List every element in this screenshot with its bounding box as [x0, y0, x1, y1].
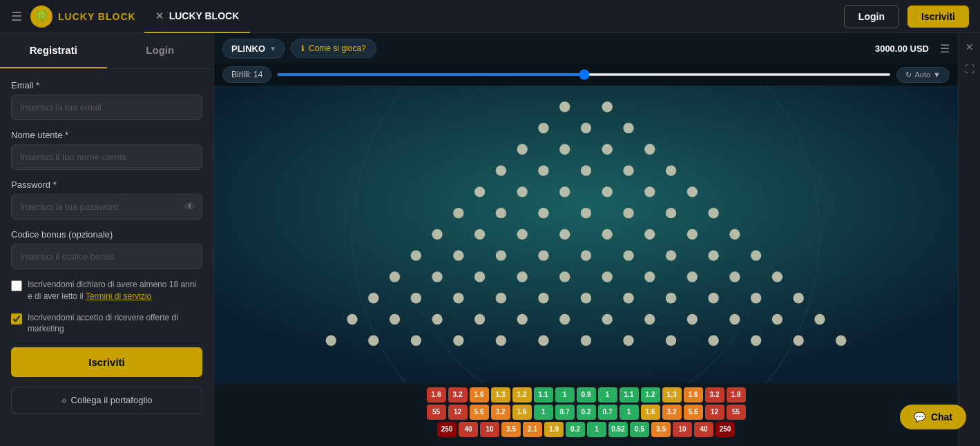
- expand-panel-icon[interactable]: ⛶: [962, 61, 977, 77]
- header: ☰ 🍀 LUCKY BLOCK ✕ LUCKY BLOCK Login Iscr…: [0, 0, 980, 33]
- currency-label: USD: [910, 43, 929, 54]
- mult-cell: 40: [459, 422, 478, 437]
- mult-cell: 1: [598, 387, 617, 403]
- terms-checkbox-group: Iscrivendomi dichiaro di avere almeno 18…: [11, 279, 202, 302]
- svg-point-46: [751, 250, 761, 260]
- username-label: Nome utente *: [11, 130, 202, 140]
- username-input[interactable]: [11, 144, 202, 170]
- mult-cell: 1: [587, 422, 606, 437]
- mult-cell: 1.3: [662, 387, 682, 403]
- menu-icon[interactable]: ☰: [11, 9, 22, 24]
- svg-point-41: [538, 250, 548, 260]
- mult-cell: 0.7: [555, 405, 575, 420]
- svg-point-14: [581, 165, 591, 175]
- tab-close-icon[interactable]: ✕: [155, 10, 164, 21]
- svg-point-26: [581, 208, 591, 218]
- svg-point-72: [517, 314, 527, 324]
- register-header-button[interactable]: Iscriviti: [907, 6, 969, 28]
- mult-cell: 3.2: [662, 405, 682, 420]
- svg-point-86: [581, 336, 591, 346]
- svg-point-64: [666, 293, 676, 303]
- pins-slider[interactable]: [277, 73, 891, 76]
- mult-cell: 1.6: [641, 405, 660, 420]
- svg-point-63: [623, 293, 633, 303]
- svg-point-20: [602, 186, 613, 197]
- mult-cell: 3.5: [501, 422, 521, 437]
- game-selector-label: PLINKO: [231, 43, 265, 54]
- tab-label: LUCKY BLOCK: [169, 10, 240, 21]
- svg-point-65: [708, 293, 718, 303]
- marketing-checkbox[interactable]: [11, 313, 22, 324]
- svg-point-16: [666, 165, 676, 175]
- connect-wallet-button[interactable]: ⟐ Collega il portafoglio: [11, 387, 202, 414]
- game-selector[interactable]: PLINKO ▼: [222, 39, 285, 59]
- password-wrapper: 👁: [11, 194, 202, 220]
- mult-cell: 12: [705, 405, 724, 420]
- svg-point-89: [708, 336, 718, 346]
- svg-point-6: [581, 123, 591, 133]
- svg-point-24: [496, 208, 506, 218]
- auto-button[interactable]: ↻ Auto ▼: [896, 67, 950, 83]
- svg-point-36: [687, 229, 698, 240]
- terms-link[interactable]: Termini di servizio: [86, 291, 151, 301]
- close-panel-icon[interactable]: ✕: [963, 39, 977, 55]
- password-input[interactable]: [11, 194, 202, 220]
- register-button[interactable]: Iscriviti: [11, 347, 202, 377]
- mult-cell: 0.7: [598, 405, 617, 420]
- tab-login[interactable]: Login: [107, 33, 214, 68]
- mult-cell: 5.6: [470, 405, 489, 420]
- svg-point-79: [814, 314, 825, 324]
- plinko-svg: [214, 86, 958, 383]
- settings-icon[interactable]: ☰: [940, 42, 950, 55]
- svg-point-4: [602, 101, 613, 112]
- svg-point-17: [474, 186, 485, 197]
- pins-bar: Birilli: 14 ↻ Auto ▼: [214, 64, 958, 86]
- svg-point-40: [496, 250, 506, 260]
- login-button[interactable]: Login: [844, 5, 899, 28]
- bonus-input[interactable]: [11, 244, 202, 269]
- svg-point-57: [368, 293, 378, 303]
- svg-point-66: [751, 293, 761, 303]
- svg-point-15: [623, 165, 633, 175]
- svg-point-85: [538, 336, 548, 346]
- svg-point-67: [794, 293, 804, 303]
- svg-point-84: [496, 336, 506, 346]
- terms-label: Iscrivendomi dichiaro di avere almeno 18…: [28, 279, 202, 302]
- sidebar-tabs: Registrati Login: [0, 33, 213, 69]
- svg-point-22: [687, 186, 698, 197]
- right-panel: ✕ ⛶: [958, 33, 980, 446]
- svg-point-35: [644, 229, 655, 240]
- svg-point-27: [623, 208, 633, 218]
- tab-register[interactable]: Registrati: [0, 33, 107, 68]
- svg-point-60: [496, 293, 506, 303]
- multiplier-rows: 1.8 3.2 1.6 1.3 1.2 1.1 1 0.9 1 1.1 1.2 …: [214, 383, 958, 441]
- logo-icon: 🍀: [30, 6, 52, 28]
- terms-checkbox[interactable]: [11, 280, 22, 291]
- svg-point-32: [517, 229, 527, 240]
- mult-cell: 1.6: [512, 405, 532, 420]
- svg-point-33: [559, 229, 570, 240]
- plinko-board: [214, 86, 958, 383]
- email-input[interactable]: [11, 95, 202, 120]
- eye-icon[interactable]: 👁: [184, 201, 195, 213]
- pins-info: Birilli: 14: [222, 66, 271, 83]
- svg-point-28: [666, 208, 676, 218]
- svg-point-68: [347, 314, 357, 324]
- wallet-label: Collega il portafoglio: [71, 395, 153, 405]
- auto-label: Auto: [914, 70, 930, 79]
- svg-point-11: [644, 144, 655, 155]
- svg-point-52: [602, 271, 613, 282]
- mult-cell: 1.3: [491, 387, 510, 403]
- how-to-play-button[interactable]: ℹ Come si gioca?: [291, 39, 376, 58]
- mult-cell: 3.2: [448, 387, 468, 403]
- password-field-group: Password * 👁: [11, 180, 202, 220]
- mult-cell: 1.1: [619, 387, 639, 403]
- mult-cell: 1.2: [641, 387, 660, 403]
- game-controls: Puntata, USD 0.30 − ↻ + ▶ VERDE GIALLO R…: [214, 441, 958, 446]
- mult-cell: 1.9: [544, 422, 564, 437]
- chat-button[interactable]: 💬 Chat: [900, 405, 966, 429]
- mult-cell: 10: [673, 422, 692, 437]
- svg-point-61: [538, 293, 548, 303]
- svg-point-82: [411, 336, 421, 346]
- svg-point-77: [729, 314, 740, 324]
